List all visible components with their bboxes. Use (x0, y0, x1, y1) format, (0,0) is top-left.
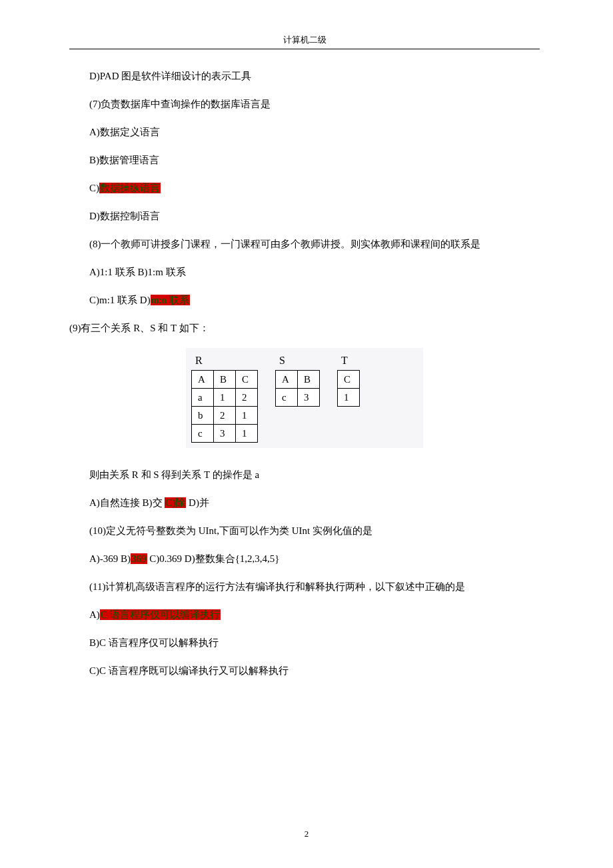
q9-opt-d: D)并 (186, 497, 209, 508)
cell: 2 (236, 389, 258, 407)
cell: a (192, 389, 214, 407)
question-11: (11)计算机高级语言程序的运行方法有编译执行和解释执行两种，以下叙述中正确的是 (69, 579, 540, 595)
table-r: A B C a 1 2 b 2 1 c (191, 370, 258, 443)
page-number: 2 (0, 827, 613, 841)
question-10: (10)定义无符号整数类为 UInt,下面可以作为类 UInt 实例化值的是 (69, 523, 540, 539)
q8d-highlight: m:n 联系 (151, 295, 190, 305)
question-7: (7)负责数据库中查询操作的数据库语言是 (69, 96, 540, 112)
table-label-r: R (195, 352, 258, 369)
col-header: C (338, 371, 360, 389)
q10-b-highlight: 369 (131, 553, 147, 564)
cell: 1 (236, 407, 258, 425)
option-d-pad: D)PAD 图是软件详细设计的表示工具 (69, 68, 540, 84)
question-9: (9)有三个关系 R、S 和 T 如下： (69, 320, 540, 336)
table-row: c 3 1 (192, 425, 258, 443)
table-t: C 1 (337, 370, 360, 407)
table-block-t: T C 1 (337, 352, 360, 407)
table-label-s: S (279, 352, 320, 369)
q8-options-ab: A)1:1 联系 B)1:m 联系 (69, 264, 540, 280)
table-label-t: T (341, 352, 360, 369)
q7-option-c: C)数据操纵语言 (69, 180, 540, 196)
q8-options-cd: C)m:1 联系 D)m:n 联系 (69, 292, 540, 308)
q7-option-a: A)数据定义语言 (69, 124, 540, 140)
q11-option-a: A)C 语言程序仅可以编译执行 (69, 607, 540, 623)
cell: 1 (214, 389, 236, 407)
q11a-prefix: A) (89, 609, 100, 620)
q9-opts-ab: A)自然连接 B)交 (89, 497, 165, 508)
q7-option-b: B)数据管理语言 (69, 152, 540, 168)
table-block-r: R A B C a 1 2 b 2 1 (191, 352, 258, 443)
cell: 3 (214, 425, 236, 443)
q10-options: A)-369 B)369 C)0.369 D)整数集合{1,2,3,4,5} (69, 551, 540, 567)
q11a-highlight: C 语言程序仅可以编译执行 (100, 609, 221, 620)
table-s: A B c 3 (275, 370, 320, 407)
q11-option-c: C)C 语言程序既可以编译执行又可以解释执行 (69, 663, 540, 679)
table-row: c 3 (276, 389, 320, 407)
q9-options: A)自然连接 B)交 C)除 D)并 (69, 495, 540, 511)
col-header: B (214, 371, 236, 389)
q11-option-b: B)C 语言程序仅可以解释执行 (69, 635, 540, 651)
cell: 3 (298, 389, 320, 407)
table-row: A B (276, 371, 320, 389)
q7-option-d: D)数据控制语言 (69, 208, 540, 224)
col-header: B (298, 371, 320, 389)
table-row: A B C (192, 371, 258, 389)
q10-cd: C)0.369 D)整数集合{1,2,3,4,5} (147, 553, 280, 564)
cell: c (276, 389, 298, 407)
cell: 2 (214, 407, 236, 425)
col-header: A (276, 371, 298, 389)
col-header: C (236, 371, 258, 389)
q10-a: A)-369 B) (89, 553, 131, 564)
cell: b (192, 407, 214, 425)
page-header: 计算机二级 (69, 33, 540, 47)
cell: 1 (338, 389, 360, 407)
question-8: (8)一个教师可讲授多门课程，一门课程可由多个教师讲授。则实体教师和课程间的联系… (69, 236, 540, 252)
q7c-highlight: 数据操纵语言 (99, 183, 161, 193)
relation-tables: R A B C a 1 2 b 2 1 (186, 348, 423, 449)
table-block-s: S A B c 3 (275, 352, 320, 407)
header-rule (69, 49, 540, 49)
cell: 1 (236, 425, 258, 443)
q9-opt-c-highlight: C)除 (165, 497, 186, 508)
cell: c (192, 425, 214, 443)
table-row: C (338, 371, 360, 389)
table-row: 1 (338, 389, 360, 407)
q8c-text: C)m:1 联系 D) (89, 295, 151, 305)
table-row: a 1 2 (192, 389, 258, 407)
page: 计算机二级 D)PAD 图是软件详细设计的表示工具 (7)负责数据库中查询操作的… (0, 0, 613, 868)
table-row: b 2 1 (192, 407, 258, 425)
col-header: A (192, 371, 214, 389)
q9-result-text: 则由关系 R 和 S 得到关系 T 的操作是 a (69, 467, 540, 483)
q7c-prefix: C) (89, 183, 99, 193)
